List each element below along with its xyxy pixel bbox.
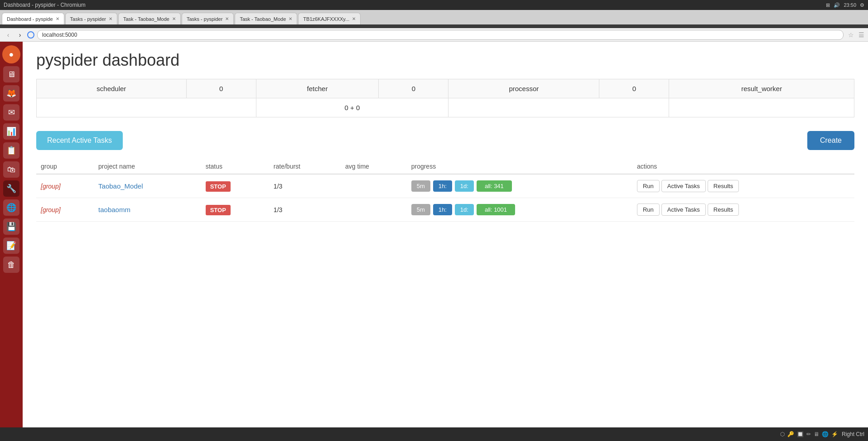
stats-table: scheduler 0 fetcher 0 processor 0 result…	[36, 79, 854, 117]
network-icon: ⊞	[826, 2, 830, 8]
row2-1d-badge[interactable]: 1d:	[455, 204, 474, 215]
taskbar-icon-5: 🖥	[814, 431, 819, 437]
col-rate-burst: rate/burst	[269, 159, 341, 174]
col-progress: progress	[407, 159, 632, 174]
taskbar-right-ctrl: Right Ctrl	[842, 431, 864, 437]
reload-button[interactable]	[27, 31, 34, 39]
tab-close-icon[interactable]: ✕	[109, 16, 112, 21]
row1-action-buttons: Run Active Tasks Results	[637, 180, 850, 192]
row2-all-badge[interactable]: all: 1001	[477, 204, 515, 215]
row1-all-badge[interactable]: all: 341	[477, 180, 512, 192]
taskbar-icon-3: 🔲	[797, 431, 804, 437]
row1-project: Taobao_Model	[94, 174, 201, 198]
clock: 23:50	[844, 2, 856, 8]
create-button[interactable]: Create	[807, 131, 854, 150]
tab-task-taobao-2[interactable]: Task - Taobao_Mode ✕	[235, 13, 297, 24]
forward-button[interactable]: ›	[15, 31, 24, 39]
volume-icon: 🔊	[834, 2, 840, 8]
processor-value: 0	[599, 79, 669, 98]
row1-group-link[interactable]: [group]	[41, 183, 61, 190]
menu-icon[interactable]: ☰	[858, 31, 864, 39]
mail-icon[interactable]: ✉	[3, 104, 19, 121]
layout: ● 🖥 🦊 ✉ 📊 📋 🛍 🔧 🌐 💾 📝 🗑 pyspider dashboa…	[0, 42, 868, 441]
tab-tasks-2[interactable]: Tasks - pyspider ✕	[182, 13, 234, 24]
row1-5m-badge[interactable]: 5m	[411, 180, 430, 192]
recent-active-tasks-button[interactable]: Recent Active Tasks	[36, 131, 123, 150]
back-button[interactable]: ‹	[4, 31, 13, 39]
taskbar-icon-1: ⬡	[780, 431, 785, 437]
bookmark-icon[interactable]: ☆	[848, 31, 854, 39]
fetcher-value: 0	[379, 79, 448, 98]
disk-icon[interactable]: 💾	[3, 218, 19, 235]
tab-dashboard[interactable]: Dashboard - pyspide ✕	[2, 13, 64, 24]
url-text: localhost:5000	[42, 32, 77, 38]
trash-icon[interactable]: 🗑	[3, 257, 19, 273]
window-title: Dashboard - pyspider - Chromium	[4, 2, 86, 8]
row1-active-tasks-button[interactable]: Active Tasks	[661, 180, 706, 192]
tab-label: Tasks - pyspider	[70, 16, 106, 22]
row1-project-link[interactable]: Taobao_Model	[98, 182, 143, 190]
tab-tb[interactable]: TB1z6KAJFXXXXy... ✕	[298, 13, 361, 24]
tab-label: Tasks - pyspider	[187, 16, 222, 22]
taskbar-icon-2: 🔑	[787, 431, 794, 437]
row1-avg-time	[341, 174, 407, 198]
row2-active-tasks-button[interactable]: Active Tasks	[661, 204, 706, 216]
taskbar: ⬡ 🔑 🔲 ✏ 🖥 🌐 ⚡ Right Ctrl	[0, 427, 868, 441]
calc-icon[interactable]: 📊	[3, 123, 19, 140]
row1-group: [group]	[36, 174, 94, 198]
address-bar: ‹ › localhost:5000 ☆ ☰	[0, 28, 868, 42]
row2-group: [group]	[36, 198, 94, 222]
row1-results-button[interactable]: Results	[708, 180, 739, 192]
table-row: [group] taobaomm STOP 1/3 5m 1h: 1	[36, 198, 854, 222]
row2-1h-badge[interactable]: 1h:	[433, 204, 452, 215]
row2-5m-badge[interactable]: 5m	[411, 204, 430, 215]
result-worker-header: result_worker	[669, 79, 854, 98]
col-avg-time: avg time	[341, 159, 407, 174]
tab-close-icon[interactable]: ✕	[289, 16, 292, 21]
table-row: [group] Taobao_Model STOP 1/3 5m 1h:	[36, 174, 854, 198]
row2-progress-badges: 5m 1h: 1d: all: 1001	[411, 204, 628, 215]
row1-progress: 5m 1h: 1d: all: 341	[407, 174, 632, 198]
row1-run-button[interactable]: Run	[637, 180, 660, 192]
scheduler-header: scheduler	[37, 79, 187, 98]
processor-header: processor	[448, 79, 599, 98]
main-content: pyspider dashboard scheduler 0 fetcher 0…	[23, 42, 868, 441]
row2-status: STOP	[201, 198, 269, 222]
tab-close-icon[interactable]: ✕	[352, 16, 356, 21]
col-actions: actions	[632, 159, 854, 174]
row2-results-button[interactable]: Results	[708, 204, 739, 216]
taskbar-icon-4: ✏	[806, 431, 811, 437]
tab-label: Task - Taobao_Mode	[123, 16, 169, 22]
tab-close-icon[interactable]: ✕	[172, 16, 176, 21]
row1-1h-badge[interactable]: 1h:	[433, 180, 452, 192]
firefox-icon[interactable]: 🦊	[3, 85, 19, 102]
tab-task-taobao[interactable]: Task - Taobao_Mode ✕	[118, 13, 181, 24]
ubuntu-icon[interactable]: ●	[2, 45, 20, 63]
tab-label: Dashboard - pyspide	[7, 16, 53, 22]
row2-project-link[interactable]: taobaomm	[98, 206, 130, 213]
editor-icon[interactable]: 📝	[3, 237, 19, 254]
col-project-name: project name	[94, 159, 201, 174]
url-bar[interactable]: localhost:5000	[37, 30, 844, 40]
scheduler-value: 0	[186, 79, 256, 98]
files-icon[interactable]: 🖥	[3, 66, 19, 82]
settings-icon[interactable]: 🔧	[3, 180, 19, 197]
sidebar: ● 🖥 🦊 ✉ 📊 📋 🛍 🔧 🌐 💾 📝 🗑	[0, 42, 23, 441]
col-group: group	[36, 159, 94, 174]
settings-icon[interactable]: ⚙	[860, 2, 864, 8]
row2-status-badge: STOP	[206, 205, 231, 215]
row2-run-button[interactable]: Run	[637, 204, 660, 216]
row2-actions: Run Active Tasks Results	[632, 198, 854, 222]
row1-progress-badges: 5m 1h: 1d: all: 341	[411, 180, 628, 192]
fetcher-extra: 0 + 0	[256, 98, 448, 117]
amazon-icon[interactable]: 🛍	[3, 161, 19, 178]
tab-close-icon[interactable]: ✕	[56, 16, 59, 21]
docs-icon[interactable]: 📋	[3, 142, 19, 159]
row1-1d-badge[interactable]: 1d:	[455, 180, 474, 192]
tab-tasks-1[interactable]: Tasks - pyspider ✕	[65, 13, 117, 24]
row2-action-buttons: Run Active Tasks Results	[637, 204, 850, 216]
row2-rate: 1/3	[269, 198, 341, 222]
tab-close-icon[interactable]: ✕	[225, 16, 229, 21]
row2-group-link[interactable]: [group]	[41, 206, 61, 213]
chromium-icon[interactable]: 🌐	[3, 199, 19, 216]
